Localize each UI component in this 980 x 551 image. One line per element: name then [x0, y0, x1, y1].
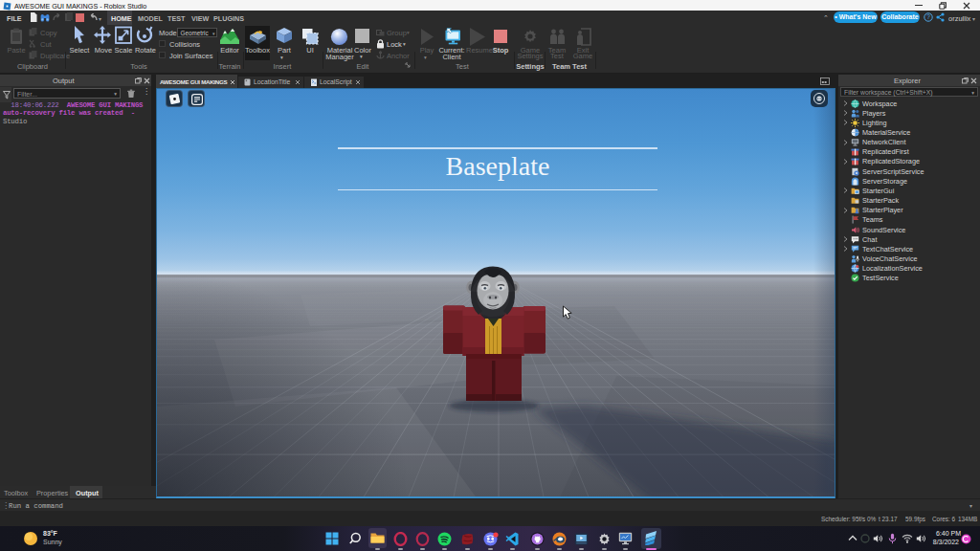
- svg-text:?: ?: [926, 13, 930, 20]
